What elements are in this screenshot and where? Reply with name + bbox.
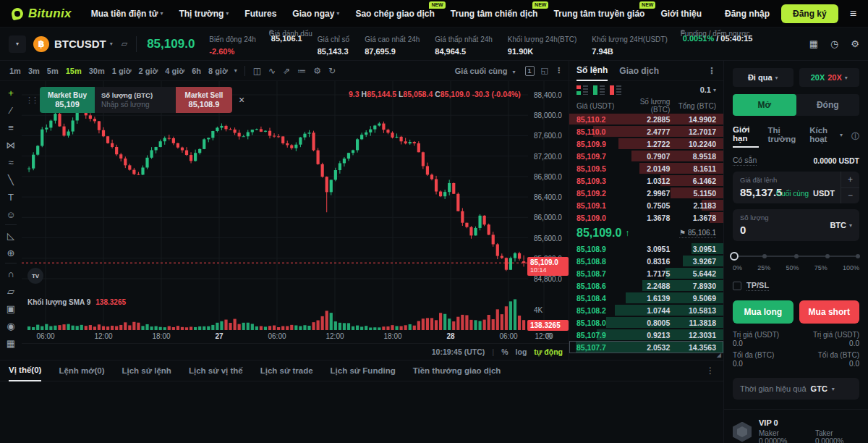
nav-item-futures[interactable]: Futures: [237, 0, 284, 28]
hide-tool[interactable]: ◉: [0, 317, 22, 334]
timeframe-30m[interactable]: 30m: [85, 67, 109, 75]
hamburger-menu-icon[interactable]: ≡: [850, 7, 856, 20]
magnet-tool[interactable]: ∩: [0, 265, 22, 282]
gear-icon[interactable]: ⚙: [851, 38, 859, 49]
scroll-to-latest-icon[interactable]: ◎: [545, 331, 553, 340]
order-type-tab-thi-truong[interactable]: Thị trường: [767, 126, 801, 147]
trendline-tool[interactable]: ∕: [0, 101, 22, 119]
orderbook-bid-row[interactable]: 85,108.41.61399.5069: [569, 292, 723, 304]
orderbook-bid-row[interactable]: 85,108.21.074410.5813: [569, 304, 723, 316]
timeframe-2-gio[interactable]: 2 giờ: [135, 67, 162, 75]
price-mode-select[interactable]: Giá cuối cùng ▾: [455, 67, 519, 75]
nav-item-trung-tam-truyen-giao[interactable]: Trung tâm truyền giáoNEW: [545, 0, 652, 28]
quantity-currency-select[interactable]: BTC▾: [830, 221, 852, 229]
draw-lock-tool[interactable]: ▱: [0, 282, 22, 300]
layout-one-icon[interactable]: 1: [525, 66, 535, 76]
nav-item-gioi-thieu[interactable]: Giới thiệu: [652, 0, 710, 28]
market-sell-button[interactable]: Market Sell 85,108.9: [176, 87, 232, 113]
chevron-down-icon[interactable]: ▾: [110, 41, 113, 47]
calculator-icon[interactable]: ▦: [809, 38, 818, 49]
symbol-list-toggle[interactable]: ▾: [9, 35, 26, 53]
candle-style-icon[interactable]: ◫: [250, 66, 265, 76]
order-quantity-input[interactable]: Số lượng 0 BTC▾: [733, 209, 859, 241]
crosshair-tool[interactable]: +: [0, 84, 22, 101]
nav-item-giao-ngay[interactable]: Giao ngay▾: [284, 0, 347, 28]
layout-grid-icon[interactable]: ≔: [294, 66, 310, 76]
timeframe-5m[interactable]: 5m: [43, 67, 62, 75]
fib-tool[interactable]: ≡: [0, 119, 22, 136]
timeframe-1-gio[interactable]: 1 giờ: [109, 67, 135, 75]
bottom-tab-lich-su-funding[interactable]: Lịch sử Funding: [331, 360, 396, 381]
replay-icon[interactable]: ↻: [325, 66, 339, 76]
timeframe-15m[interactable]: 15m: [62, 67, 85, 75]
order-type-tab-kich-hoat[interactable]: Kích hoạt ▾: [809, 126, 843, 147]
orderbook-ask-row[interactable]: 85,109.70.79078.9518: [569, 150, 723, 162]
ruler-tool[interactable]: ◺: [0, 227, 22, 244]
bottom-tab-lich-su-lenh[interactable]: Lịch sử lệnh: [122, 360, 171, 381]
trash-tool[interactable]: ▦: [0, 334, 22, 352]
pattern-tool[interactable]: ⋈: [0, 136, 22, 153]
orderbook-ask-row[interactable]: 85,109.52.01498.1611: [569, 162, 723, 174]
register-button[interactable]: Đăng ký: [781, 4, 838, 23]
timer-icon[interactable]: ◷: [830, 38, 838, 49]
bottom-tab-vi-the-0[interactable]: Vị thế(0): [9, 360, 41, 381]
timeframe-1m[interactable]: 1m: [6, 67, 25, 75]
settings-icon[interactable]: ⚙: [310, 66, 325, 76]
nav-item-thi-truong[interactable]: Thị trường▾: [171, 0, 237, 28]
nav-item-trung-tam-chien-dich[interactable]: Trung tâm chiến dịchNEW: [443, 0, 546, 28]
quantity-input[interactable]: Số lượng (BTC) Nhập số lượng: [95, 87, 176, 113]
more-icon[interactable]: ⋮: [555, 66, 563, 75]
orderbook-ask-row[interactable]: 85,109.31.03126.1462: [569, 174, 723, 187]
margin-mode-select[interactable]: Đi qua▾: [733, 68, 793, 87]
book-view-both-icon[interactable]: [576, 85, 588, 95]
orderbook-bid-row[interactable]: 85,107.72.053214.3563: [569, 341, 723, 353]
book-view-bids-icon[interactable]: [593, 85, 605, 95]
orderbook-ask-row[interactable]: 85,109.10.75052.1183: [569, 199, 723, 211]
orderbook-bid-row[interactable]: 85,108.00.800511.3818: [569, 316, 723, 329]
orderbook-tab-so-lenh[interactable]: Số lệnh: [576, 61, 608, 81]
auto-scale-toggle[interactable]: tự động: [534, 347, 563, 356]
bottom-tab-lich-su-vi-the[interactable]: Lịch sử vị thế: [189, 360, 243, 381]
open-tab[interactable]: Mở: [733, 94, 796, 116]
indicators-icon[interactable]: ∿: [265, 66, 279, 76]
orderbook-bid-row[interactable]: 85,108.71.71755.6442: [569, 267, 723, 279]
tradingview-logo[interactable]: TV: [27, 268, 43, 284]
timeframe-3m[interactable]: 3m: [25, 67, 43, 75]
log-scale-toggle[interactable]: log: [516, 347, 527, 356]
orderbook-bid-row[interactable]: 85,108.80.83163.9267: [569, 255, 723, 267]
timeframe-4-gio[interactable]: 4 giờ: [161, 67, 188, 75]
bitunix-logo[interactable]: Bitunix: [12, 7, 72, 21]
emoji-tool[interactable]: ☺: [0, 206, 22, 223]
more-icon[interactable]: ⋮: [706, 366, 715, 376]
buy-long-button[interactable]: Mua long: [733, 300, 793, 324]
close-tab[interactable]: Đóng: [796, 94, 860, 116]
zoom-tool[interactable]: ⊕: [0, 244, 22, 261]
orderbook-bid-row[interactable]: 85,107.90.921312.3031: [569, 329, 723, 341]
leverage-select[interactable]: 20X 20X ▾: [799, 68, 860, 87]
order-type-tab-gioi-han[interactable]: Giới hạn: [733, 125, 759, 148]
nav-item-mua-tien-ien-tu[interactable]: Mua tiền điện tử▾: [83, 0, 171, 28]
chart-canvas[interactable]: 88,400.088,000.087,600.087,200.086,800.0…: [22, 81, 569, 360]
share-icon[interactable]: ⇗: [279, 66, 294, 76]
bottom-tab-lenh-mo-0[interactable]: Lệnh mở(0): [59, 360, 104, 381]
book-view-asks-icon[interactable]: [610, 85, 621, 95]
precision-select[interactable]: 0.1▾: [700, 85, 716, 94]
quantity-slider[interactable]: [733, 252, 859, 261]
orderbook-bid-row[interactable]: 85,108.62.24887.8930: [569, 279, 723, 292]
lock-tool[interactable]: ▣: [0, 300, 22, 317]
wave-tool[interactable]: ≈: [0, 153, 22, 171]
orderbook-mid[interactable]: 85,109.0 ↑ ⚑85,106.1: [569, 224, 723, 242]
drag-handle-icon[interactable]: ⋮⋮: [25, 96, 37, 105]
market-buy-button[interactable]: Market Buy 85,109: [40, 87, 95, 113]
contract-info-icon[interactable]: ▱: [122, 39, 127, 48]
bottom-tab-lich-su-trade[interactable]: Lịch sử trade: [260, 360, 313, 381]
price-decrease-button[interactable]: −: [841, 188, 859, 204]
last-price-link[interactable]: Cuối cùng: [776, 190, 809, 198]
brush-tool[interactable]: ╲: [0, 171, 22, 188]
login-button[interactable]: Đăng nhập: [725, 9, 770, 19]
time-in-force-select[interactable]: Thời gian hiệu quả GTC ▾: [733, 378, 859, 400]
timeframe-6h[interactable]: 6h: [188, 67, 205, 75]
orderbook-bid-row[interactable]: 85,108.93.09513.0951: [569, 242, 723, 255]
fullscreen-icon[interactable]: ◱: [541, 66, 548, 75]
orderbook-ask-row[interactable]: 85,110.02.477712.7017: [569, 125, 723, 138]
